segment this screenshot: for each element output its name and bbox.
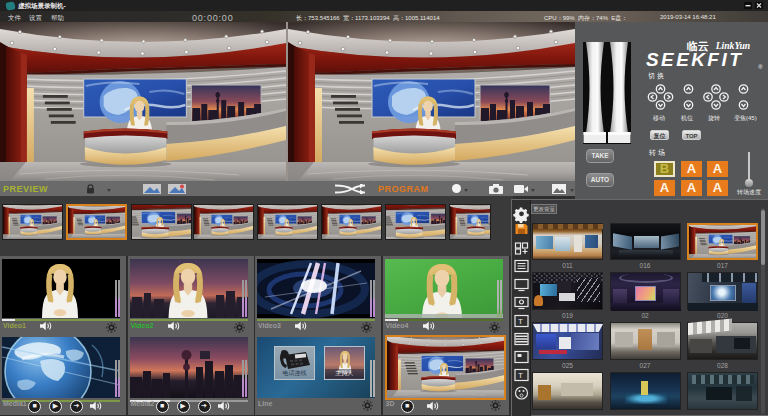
- svg-text:SEEKFIT: SEEKFIT: [646, 49, 743, 70]
- svg-text:T: T: [518, 317, 523, 326]
- svg-text:®: ®: [758, 64, 763, 70]
- svg-text:T: T: [518, 371, 523, 380]
